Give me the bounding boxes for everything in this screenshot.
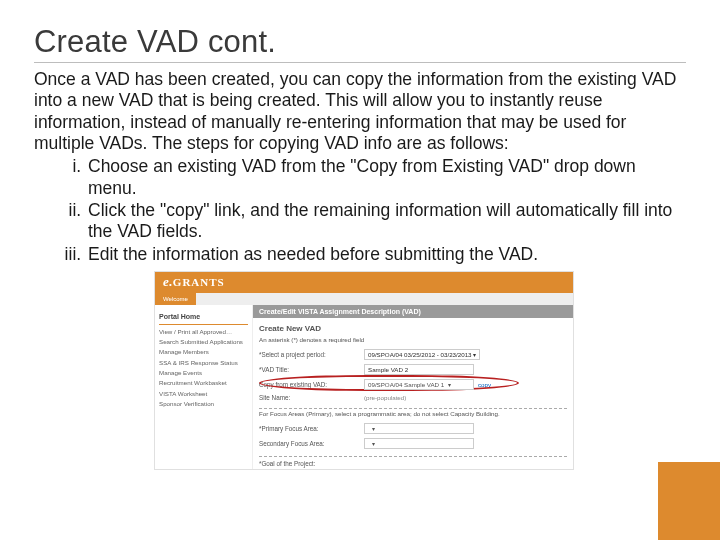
label-secondary-focus: Secondary Focus Area: — [259, 440, 364, 447]
value-site-name: (pre-populated) — [364, 394, 406, 401]
section-header: Create New VAD — [253, 318, 573, 336]
tab-welcome[interactable]: Welcome — [155, 293, 196, 305]
row-copy-from-existing: Copy from existing VAD: 09/SPOA/04 Sampl… — [253, 377, 573, 392]
brand-name: GRANTS — [173, 276, 225, 288]
input-vad-title[interactable]: Sample VAD 2 — [364, 364, 474, 375]
sidebar-item[interactable]: View / Print all Approved… — [159, 327, 248, 337]
steps-list: Choose an existing VAD from the "Copy fr… — [34, 156, 686, 265]
accent-block — [658, 462, 720, 540]
main-panel: Create/Edit VISTA Assignment Description… — [253, 305, 573, 469]
sidebar-header: Portal Home — [159, 311, 248, 324]
row-secondary-focus: Secondary Focus Area: — [253, 436, 573, 451]
select-project-period[interactable]: 09/SPOA/04 03/25/2012 - 03/23/2013 ▾ — [364, 349, 480, 360]
sidebar-item[interactable]: Recruitment Workbasket — [159, 378, 248, 388]
select-primary-focus[interactable] — [364, 423, 474, 434]
step-item: Choose an existing VAD from the "Copy fr… — [86, 156, 686, 199]
sidebar-item[interactable]: SSA & IRS Response Status — [159, 358, 248, 368]
select-secondary-focus[interactable] — [364, 438, 474, 449]
brand-prefix: e. — [163, 274, 173, 289]
screenshot-figure: e.GRANTS Welcome Portal Home View / Prin… — [154, 271, 574, 470]
row-project-period: *Select a project period: 09/SPOA/04 03/… — [253, 347, 573, 362]
label-primary-focus: *Primary Focus Area: — [259, 425, 364, 432]
app-brand: e.GRANTS — [155, 272, 573, 293]
divider — [259, 408, 567, 409]
sidebar-item[interactable]: Manage Members — [159, 347, 248, 357]
focus-note: For Focus Areas (Primary), select a prog… — [253, 410, 573, 421]
sidebar-item[interactable]: Sponsor Verification — [159, 399, 248, 409]
intro-paragraph: Once a VAD has been created, you can cop… — [34, 69, 686, 154]
panel-title-bar: Create/Edit VISTA Assignment Description… — [253, 305, 573, 318]
sidebar-item[interactable]: Manage Events — [159, 368, 248, 378]
row-vad-title: *VAD Title: Sample VAD 2 — [253, 362, 573, 377]
step-item: Edit the information as needed before su… — [86, 244, 686, 265]
step-item: Click the "copy" link, and the remaining… — [86, 200, 686, 243]
label-copy-from-existing: Copy from existing VAD: — [259, 381, 364, 388]
row-goal: *Goal of the Project: — [253, 458, 573, 469]
sidebar-item[interactable]: Search Submitted Applications — [159, 337, 248, 347]
sidebar: Portal Home View / Print all Approved… S… — [155, 305, 253, 469]
label-goal: *Goal of the Project: — [259, 460, 364, 467]
select-copy-from-existing[interactable]: 09/SPOA/04 Sample VAD 1 — [364, 379, 474, 390]
row-primary-focus: *Primary Focus Area: — [253, 421, 573, 436]
required-note: An asterisk (*) denotes a required field — [253, 336, 573, 347]
page-title: Create VAD cont. — [34, 24, 686, 63]
divider — [259, 456, 567, 457]
sidebar-item[interactable]: VISTA Worksheet — [159, 389, 248, 399]
label-site-name: Site Name: — [259, 394, 364, 401]
copy-link[interactable]: copy — [478, 381, 491, 388]
label-project-period: *Select a project period: — [259, 351, 364, 358]
tab-other[interactable] — [196, 293, 212, 305]
label-vad-title: *VAD Title: — [259, 366, 364, 373]
tab-strip: Welcome — [155, 293, 573, 305]
row-site-name: Site Name: (pre-populated) — [253, 392, 573, 403]
